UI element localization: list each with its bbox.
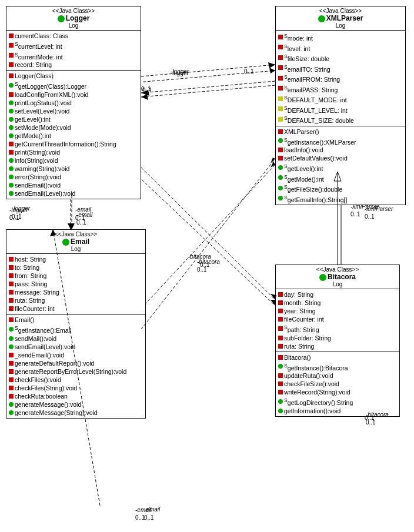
- attr-to: to: String: [9, 263, 143, 272]
- method-sendEmail1: sendEmail():void: [9, 181, 138, 189]
- method-xmlparser-getLevel: SgetLevel():int: [278, 162, 403, 173]
- red-square-icon: [9, 377, 14, 382]
- svg-line-6: [138, 176, 275, 306]
- red-square-icon: [9, 92, 14, 97]
- green-circle-icon: [9, 133, 14, 138]
- attr-emailPASS: SemailPASS: String: [278, 83, 403, 94]
- xmlparser-methods: XMLParser() SgetInstance():XMLParser loa…: [276, 126, 405, 205]
- green-circle-icon: [9, 83, 14, 88]
- red-square-icon: [278, 336, 283, 340]
- method-printLogStatus: printLogStatus():void: [9, 99, 138, 107]
- method-loadConfig: loadConfigFromXML():void: [9, 91, 138, 99]
- method-sendEmail2: sendEmail(Level):void: [9, 189, 138, 198]
- method-updateRuta: updateRuta():void: [278, 372, 397, 380]
- svg-marker-13: [268, 62, 275, 68]
- green-circle-icon: [278, 196, 283, 200]
- yellow-square-icon: [278, 117, 283, 122]
- attr-path: Spath: String: [278, 323, 397, 334]
- red-square-icon: [9, 394, 14, 399]
- attr-mode: Smode: int: [278, 32, 403, 42]
- logger-class: <<Java Class>> Logger Log currentClass: …: [6, 6, 141, 199]
- method-xmlparser-getMode: SgetMode():int: [278, 173, 403, 183]
- bitacora-mult-right: 0..1: [366, 419, 376, 426]
- method-generateDefaultReport: generateDefaultReport():void: [9, 359, 143, 367]
- red-square-icon: [9, 361, 14, 366]
- method-print: print(String):void: [9, 148, 138, 156]
- red-square-icon: [9, 386, 14, 390]
- bitacora-package: Log: [278, 281, 397, 287]
- red-square-icon: [9, 290, 14, 295]
- attr-defaultMode: SDEFAULT_MODE: int: [278, 93, 403, 104]
- method-getLogger: SgetLogger(Class):Logger: [9, 80, 138, 91]
- yellow-square-icon: [278, 96, 283, 101]
- method-loadInfo: loadInfo():void: [278, 146, 403, 154]
- red-square-icon: [278, 65, 283, 70]
- email-stereotype: <<Java Class>>: [9, 231, 143, 237]
- green-circle-icon: [278, 138, 283, 143]
- xmlparser-header: <<Java Class>> XMLParser Log: [276, 6, 405, 31]
- method-getCurrentThread: getCurrentThreadInformation():String: [9, 140, 138, 148]
- svg-marker-1: [269, 68, 275, 73]
- attr-fileSize: SfileSize: double: [278, 52, 403, 63]
- email-icon: [62, 239, 69, 246]
- svg-marker-21: [271, 158, 275, 163]
- red-square-icon: [278, 355, 283, 360]
- logger-methods: Logger(Class) SgetLogger(Class):Logger l…: [6, 71, 141, 199]
- method-writeRecord: writeRecord(String):void: [278, 388, 397, 396]
- green-circle-icon: [9, 166, 14, 171]
- method-generateMessage1: generateMessage():void: [9, 400, 143, 409]
- green-circle-icon: [9, 158, 14, 163]
- method-getLogDirectory: SgetLogDirectory():String: [278, 396, 397, 407]
- logger-header: <<Java Class>> Logger Log: [6, 6, 141, 31]
- bitacora-name: Bitacora: [328, 273, 356, 281]
- red-square-icon: [278, 55, 283, 60]
- method-underscore-sendEmail: _sendEmail():void: [9, 351, 143, 359]
- method-checkFiles1: checkFiles():void: [9, 376, 143, 384]
- attr-fileCounter: fileCounter: int: [9, 305, 143, 313]
- bitacora-class: <<Java Class>> Bitacora Log day: String …: [275, 265, 400, 417]
- attr-from: from: String: [9, 272, 143, 280]
- red-square-icon: [9, 257, 14, 262]
- green-circle-icon: [9, 101, 14, 105]
- uml-diagram: -logger 0..1 -email 0..1 -logger 0..1 -b…: [0, 0, 414, 532]
- attr-month: month: String: [278, 299, 397, 307]
- method-getEmailInfo: SgetEmailInfo():String[]: [278, 193, 403, 204]
- logger-arrow-left: -logger: [9, 207, 28, 213]
- xmlparser-right-mult: 0..1: [350, 211, 360, 218]
- method-bitacora-getInstance: SgetInstance():Bitacora: [278, 362, 397, 372]
- green-circle-icon: [9, 117, 14, 122]
- logger-mult-from: 0..1: [142, 87, 152, 93]
- green-circle-icon: [278, 186, 283, 190]
- green-circle-icon: [9, 109, 14, 113]
- bitacora-methods: Bitacora() SgetInstance():Bitacora updat…: [276, 352, 399, 416]
- xmlparser-mult-right: 0..1: [365, 213, 375, 220]
- xmlparser-class: <<Java Class>> XMLParser Log Smode: int …: [275, 6, 406, 205]
- method-error: error(String):void: [9, 173, 138, 181]
- method-bitacora-constructor: Bitacora(): [278, 353, 397, 362]
- method-warning: warning(String):void: [9, 165, 138, 173]
- red-square-icon: [278, 148, 283, 152]
- method-sendMail: sendMail():void: [9, 334, 143, 343]
- method-checkRuta: checkRuta:boolean: [9, 392, 143, 400]
- bitacora-header: <<Java Class>> Bitacora Log: [276, 265, 399, 289]
- email-arrow-bottom: -email: [135, 507, 151, 513]
- green-circle-icon: [9, 410, 14, 415]
- attr-defaultLevel: SDEFAULT_LEVEL: int: [278, 104, 403, 115]
- attr-bitacora-fileCounter: fileCounter: int: [278, 315, 397, 323]
- attr-currentClass: currentClass: Class: [9, 32, 138, 40]
- red-square-icon: [9, 43, 14, 48]
- xmlparser-icon: [318, 15, 325, 22]
- svg-line-18: [141, 168, 275, 300]
- attr-bitacora-ruta: ruta: String: [278, 342, 397, 350]
- red-square-icon: [9, 317, 14, 322]
- green-circle-icon: [9, 327, 14, 332]
- email-bottom-mult: 0..1: [144, 514, 154, 521]
- attr-emailTO: SemailTO: String: [278, 63, 403, 73]
- xmlparser-attributes: Smode: int Slevel: int SfileSize: double…: [276, 31, 405, 126]
- red-square-icon: [9, 306, 14, 311]
- xmlparser-package: Log: [278, 22, 403, 29]
- attr-ruta: ruta: String: [9, 296, 143, 305]
- red-square-icon: [9, 142, 14, 146]
- red-square-icon: [9, 273, 14, 278]
- red-square-icon: [9, 282, 14, 286]
